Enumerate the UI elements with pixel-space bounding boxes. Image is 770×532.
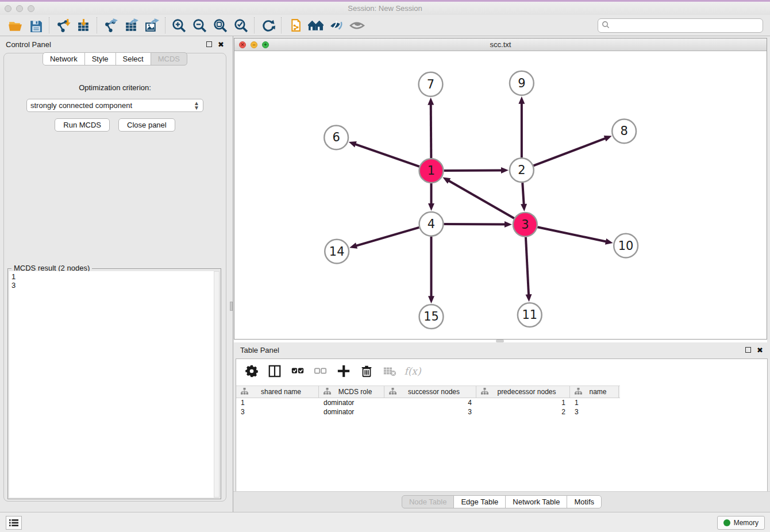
tab-select[interactable]: Select [116, 52, 151, 65]
table-cell[interactable]: 3 [570, 407, 619, 417]
close-panel-icon[interactable]: ✖ [218, 40, 224, 49]
save-session-button[interactable] [25, 16, 46, 34]
tab-style[interactable]: Style [84, 52, 116, 65]
column-header-successor-nodes[interactable]: successor nodes [384, 386, 476, 398]
table-cell[interactable]: 1 [476, 398, 570, 407]
graph-node-8[interactable]: 8 [612, 119, 636, 144]
zoom-in-button[interactable] [168, 16, 189, 34]
table-cell[interactable]: dominator [319, 407, 384, 417]
edge-1-6[interactable] [355, 144, 419, 167]
function-builder-button[interactable]: f(x) [405, 364, 420, 379]
table-cell[interactable]: 2 [476, 407, 570, 417]
import-table-button[interactable] [73, 16, 94, 34]
edge-4-3[interactable] [444, 224, 506, 225]
deselect-all-button[interactable] [313, 364, 328, 379]
float-panel-icon[interactable] [206, 41, 212, 47]
table-cell[interactable]: dominator [319, 398, 384, 407]
close-panel-button[interactable]: Close panel [118, 118, 175, 132]
tab-edge-table[interactable]: Edge Table [453, 495, 506, 508]
network-window-title: scc.txt [234, 40, 767, 49]
open-file-button[interactable] [5, 16, 25, 34]
svg-text:1: 1 [428, 164, 435, 178]
delete-column-button[interactable] [359, 364, 374, 379]
vertical-splitter-grip[interactable] [230, 302, 233, 311]
mcds-result-scrollbar[interactable] [214, 271, 220, 498]
gear-button[interactable] [244, 364, 259, 379]
toolbar-separator [165, 17, 165, 33]
search-input[interactable] [612, 22, 759, 30]
tab-network[interactable]: Network [43, 52, 85, 65]
column-header-shared-name[interactable]: shared name [236, 386, 319, 398]
export-network-button[interactable] [100, 16, 121, 34]
mcds-panel: Optimization criterion: strongly connect… [3, 53, 226, 502]
import-network-button[interactable] [52, 16, 73, 34]
table-cell[interactable]: 1 [570, 398, 619, 407]
zoom-fit-icon [213, 18, 228, 33]
select-arrows-icon: ▲▼ [194, 101, 199, 110]
zoom-selected-button[interactable] [230, 16, 251, 34]
search-box[interactable] [598, 18, 763, 33]
tab-mcds[interactable]: MCDS [151, 52, 187, 65]
network-canvas[interactable]: 7968124314101511 [234, 51, 767, 339]
graph-node-3[interactable]: 3 [513, 213, 537, 237]
select-all-button[interactable] [290, 364, 305, 379]
graph-node-14[interactable]: 14 [325, 240, 349, 264]
home-button[interactable] [305, 16, 326, 34]
column-split-button[interactable] [267, 364, 282, 379]
graph-node-7[interactable]: 7 [419, 72, 443, 97]
column-header-MCDS-role[interactable]: MCDS role [319, 386, 384, 398]
open-network-file-button[interactable] [284, 16, 305, 34]
table-cell[interactable]: 4 [384, 398, 476, 407]
table-tabs-band: Node TableEdge TableNetwork TableMotifs [233, 491, 770, 512]
export-table-button[interactable] [121, 16, 141, 34]
graph-node-2[interactable]: 2 [510, 158, 534, 182]
save-session-icon [28, 18, 44, 33]
table-cell[interactable]: 3 [236, 407, 319, 417]
refresh-button[interactable] [257, 16, 278, 34]
table-row[interactable]: 3dominator323 [236, 407, 620, 417]
toolbar-separator [49, 17, 49, 33]
tab-motifs[interactable]: Motifs [567, 495, 602, 508]
status-bar: Memory [0, 512, 770, 532]
graph-node-10[interactable]: 10 [614, 234, 638, 258]
edge-4-14[interactable] [356, 228, 419, 246]
run-mcds-button[interactable]: Run MCDS [55, 118, 110, 132]
tab-network-table[interactable]: Network Table [505, 495, 567, 508]
show-hide-button[interactable] [346, 16, 367, 34]
tab-node-table[interactable]: Node Table [402, 495, 455, 508]
edge-1-2[interactable] [444, 170, 502, 171]
delete-table-button[interactable] [382, 364, 397, 379]
node-table: f(x) shared nameMCDS rolesuccessor nodes… [236, 358, 768, 492]
zoom-fit-button[interactable] [210, 16, 230, 34]
edge-3-10[interactable] [537, 227, 607, 241]
column-header-predecessor-nodes[interactable]: predecessor nodes [476, 386, 570, 398]
edge-3-1[interactable] [448, 180, 514, 218]
memory-button[interactable]: Memory [717, 516, 765, 530]
table-float-icon[interactable] [745, 347, 751, 353]
edge-1-7[interactable] [431, 104, 432, 159]
graph-node-1[interactable]: 1 [419, 159, 444, 183]
edge-3-11[interactable] [526, 237, 529, 296]
zoom-out-button[interactable] [189, 16, 210, 34]
column-header-name[interactable]: name [570, 386, 619, 398]
table-close-icon[interactable]: ✖ [757, 346, 763, 354]
graph-node-11[interactable]: 11 [518, 303, 542, 327]
vizmapper-button[interactable] [326, 16, 346, 34]
graph-node-9[interactable]: 9 [510, 71, 534, 95]
graph-node-15[interactable]: 15 [419, 304, 444, 329]
edge-2-3[interactable] [522, 183, 523, 205]
svg-text:11: 11 [522, 308, 537, 322]
task-history-button[interactable] [6, 516, 22, 530]
network-window-titlebar[interactable]: ✕ − + scc.txt [234, 38, 767, 51]
add-column-button[interactable] [336, 364, 351, 379]
graph-node-4[interactable]: 4 [419, 212, 444, 236]
table-row[interactable]: 1dominator411 [236, 398, 620, 407]
graph-node-6[interactable]: 6 [324, 125, 348, 149]
table-cell[interactable]: 1 [236, 398, 319, 407]
mcds-result-text[interactable]: 1 3 [9, 271, 214, 498]
search-icon [602, 21, 610, 30]
edge-2-8[interactable] [533, 138, 606, 165]
table-cell[interactable]: 3 [384, 407, 476, 417]
optimization-criterion-select[interactable]: strongly connected component ▲▼ [26, 99, 203, 112]
export-image-button[interactable] [141, 16, 162, 34]
